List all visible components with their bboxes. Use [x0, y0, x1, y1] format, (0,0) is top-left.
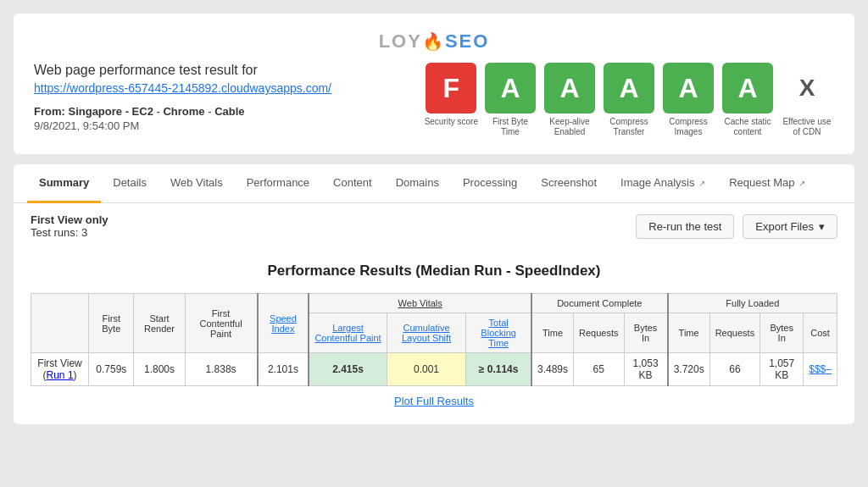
tab-processing[interactable]: Processing	[451, 164, 529, 203]
col-header-fcp: First Contentful Paint	[185, 294, 258, 353]
plot-link-area: Plot Full Results	[31, 395, 837, 407]
grade-box-security-score: F	[426, 63, 476, 113]
table-cell-5: 2.415s	[309, 353, 387, 386]
grade-label-security-score: Security score	[425, 117, 478, 127]
table-cell-4: 2.101s	[258, 353, 309, 386]
view-label: First View only	[31, 213, 108, 226]
tab-content[interactable]: Content	[321, 164, 384, 203]
tab-request-map[interactable]: Request Map ↗	[717, 164, 817, 203]
from-location: Singapore - EC2	[68, 105, 153, 118]
col-header-doc-bytes: Bytes In	[624, 313, 668, 353]
test-runs-label: Test runs:	[31, 226, 78, 239]
logo-seo: SEO	[445, 30, 489, 52]
table-cell-7: ≥ 0.114s	[466, 353, 531, 386]
url-section: Web page performance test result for htt…	[34, 63, 408, 132]
table-cell-0: First View (Run 1)	[31, 353, 89, 386]
test-runs: Test runs: 3	[31, 226, 108, 239]
table-cell-12: 66	[709, 353, 760, 386]
tab-image-analysis[interactable]: Image Analysis ↗	[609, 164, 717, 203]
col-header-cls: Cumulative Layout Shift	[387, 313, 466, 353]
grade-box-keep-alive: A	[544, 63, 595, 113]
col-header-speed-index: Speed Index	[258, 294, 309, 353]
export-label: Export Files	[755, 220, 814, 233]
performance-table: First Byte Start Render First Contentful…	[31, 293, 837, 386]
test-url[interactable]: https://wordpress-657445-2145892.cloudwa…	[34, 81, 331, 95]
controls-row: First View only Test runs: 3 Re-run the …	[14, 203, 854, 249]
col-header-doc-time: Time	[531, 313, 574, 353]
results-title: Performance Results (Median Run - SpeedI…	[31, 263, 837, 279]
top-card: LOY🔥SEO Web page performance test result…	[14, 14, 854, 154]
col-header-fully-loaded: Fully Loaded	[668, 294, 837, 313]
table-cell-9: 65	[574, 353, 624, 386]
export-button[interactable]: Export Files ▾	[743, 214, 837, 239]
col-header-start-render: Start Render	[134, 294, 185, 353]
table-cell-3: 1.838s	[185, 353, 258, 386]
col-header-web-vitals: Web Vitals	[309, 294, 531, 313]
table-cell-1: 0.759s	[89, 353, 134, 386]
grade-box-compress-transfer: A	[604, 63, 654, 113]
tab-screenshot[interactable]: Screenshot	[529, 164, 609, 203]
col-header-fl-cost: Cost	[804, 313, 837, 353]
table-cell-6: 0.001	[387, 353, 466, 386]
grade-item-compress-transfer: ACompress Transfer	[602, 63, 656, 137]
grade-item-compress-images: ACompress Images	[661, 63, 715, 137]
test-date: 9/8/2021, 9:54:00 PM	[34, 119, 408, 132]
grade-item-cache-static: ACache static content	[721, 63, 775, 137]
cls-link[interactable]: Cumulative Layout Shift	[402, 323, 451, 343]
result-title: Web page performance test result for	[34, 63, 408, 78]
table-cell-10: 1,053 KB	[624, 353, 668, 386]
grade-box-compress-images: A	[663, 63, 714, 113]
tab-web-vitals[interactable]: Web Vitals	[159, 164, 235, 203]
table-cell-13: 1,057 KB	[760, 353, 804, 386]
test-runs-number: 3	[81, 226, 87, 239]
cost-link[interactable]: $$$–	[809, 363, 832, 375]
grades-row: FSecurity scoreAFirst Byte TimeAKeep-ali…	[425, 63, 834, 137]
col-header-lcp: Largest Contentful Paint	[309, 313, 387, 353]
test-info: First View only Test runs: 3	[31, 213, 108, 239]
logo: LOY🔥SEO	[34, 30, 834, 53]
table-cell-14: $$$–	[804, 353, 837, 386]
col-header-tbt: Total Blocking Time	[466, 313, 531, 353]
tab-performance[interactable]: Performance	[235, 164, 321, 203]
page-wrapper: LOY🔥SEO Web page performance test result…	[0, 0, 868, 438]
external-link-icon: ↗	[696, 179, 705, 188]
plot-full-results-link[interactable]: Plot Full Results	[394, 395, 474, 407]
grade-box-first-byte-time: A	[485, 63, 536, 113]
separator2: -	[208, 105, 214, 118]
external-link-icon: ↗	[797, 179, 806, 188]
top-content: Web page performance test result for htt…	[34, 63, 834, 137]
grade-label-compress-images: Compress Images	[661, 117, 715, 137]
rerun-button[interactable]: Re-run the test	[636, 214, 734, 239]
tbt-link[interactable]: Total Blocking Time	[481, 318, 516, 348]
speed-index-link[interactable]: Speed Index	[270, 313, 297, 334]
tab-domains[interactable]: Domains	[384, 164, 451, 203]
logo-loy: LOY	[379, 30, 422, 52]
grade-item-first-byte-time: AFirst Byte Time	[483, 63, 537, 137]
logo-flame: 🔥	[422, 32, 445, 51]
col-header-fl-time: Time	[668, 313, 710, 353]
grade-item-effective-cdn: XEffective use of CDN	[780, 63, 834, 137]
col-header-fl-bytes: Bytes In	[760, 313, 804, 353]
col-header-first-byte: First Byte	[89, 294, 134, 353]
table-cell-8: 3.489s	[531, 353, 574, 386]
col-header-doc-complete: Document Complete	[531, 294, 668, 313]
results-section: Performance Results (Median Run - SpeedI…	[14, 249, 854, 424]
chevron-down-icon: ▾	[819, 220, 825, 233]
grade-label-first-byte-time: First Byte Time	[483, 117, 537, 137]
grade-box-cache-static: A	[722, 63, 773, 113]
buttons-right: Re-run the test Export Files ▾	[636, 214, 837, 239]
run-link[interactable]: Run 1	[47, 369, 74, 381]
table-cell-2: 1.800s	[134, 353, 185, 386]
col-header-empty	[31, 294, 89, 353]
col-header-fl-requests: Requests	[709, 313, 760, 353]
grade-item-keep-alive: AKeep-alive Enabled	[542, 63, 597, 137]
col-header-doc-requests: Requests	[574, 313, 624, 353]
tab-details[interactable]: Details	[101, 164, 159, 203]
nav-tabs: SummaryDetailsWeb VitalsPerformanceConte…	[14, 164, 854, 203]
grade-box-effective-cdn: X	[782, 63, 832, 113]
table-row: First View (Run 1)0.759s1.800s1.838s2.10…	[31, 353, 837, 386]
table-cell-11: 3.720s	[668, 353, 710, 386]
tab-summary[interactable]: Summary	[27, 164, 101, 203]
lcp-link[interactable]: Largest Contentful Paint	[314, 323, 381, 343]
from-info: From: Singapore - EC2 - Chrome - Cable 9…	[34, 105, 408, 132]
